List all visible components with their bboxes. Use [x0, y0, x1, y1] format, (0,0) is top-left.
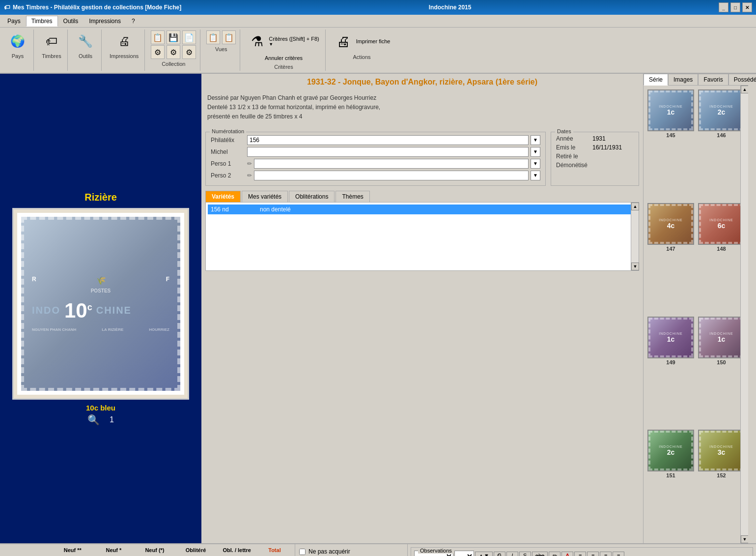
- zoom-icon[interactable]: 🔍: [87, 414, 100, 426]
- thumb-item-151[interactable]: INDOCHINE 2c 151: [647, 430, 694, 539]
- variete-code: 156 nd: [211, 206, 260, 213]
- thumb-scroll-up[interactable]: ▲: [741, 86, 748, 93]
- stamp-image[interactable]: R🌾F POSTES INDO 10c CHINE NGUYEN PHAN CH…: [17, 213, 184, 395]
- perso1-pen-icon[interactable]: ✏: [247, 160, 252, 167]
- perso1-dropdown[interactable]: ▼: [531, 159, 540, 169]
- obs-pen-btn[interactable]: ✏: [549, 552, 560, 556]
- thumb-inner-148: INDOCHINE 6c: [699, 204, 740, 244]
- obs-align-right-btn[interactable]: ≡: [600, 552, 612, 556]
- menu-impressions[interactable]: Impressions: [84, 16, 126, 27]
- thumb-tab-serie[interactable]: Série: [644, 74, 668, 86]
- obs-underline-btn[interactable]: S: [519, 552, 531, 556]
- impressions-icon: 🖨: [114, 31, 134, 51]
- obs-bold-btn[interactable]: G: [494, 552, 505, 556]
- header-neuf-paren: Neuf (*): [134, 547, 175, 553]
- tab-obliterations[interactable]: Oblitérations: [289, 191, 335, 202]
- prices-header-row: Neuf ** Neuf * Neuf (*) Oblitéré Obl. / …: [3, 547, 292, 553]
- thumb-inner-152: INDOCHINE 3c: [699, 431, 740, 470]
- menu-pays[interactable]: Pays: [2, 16, 26, 27]
- philatelix-dropdown[interactable]: ▼: [531, 135, 540, 145]
- obs-justify-btn[interactable]: ≡: [613, 552, 624, 556]
- vues-icon1[interactable]: 📋: [206, 30, 220, 44]
- michel-input[interactable]: [247, 147, 529, 157]
- collection-icon1[interactable]: 📋: [151, 30, 165, 44]
- perso2-row: Perso 2 ✏ ▼: [211, 171, 540, 180]
- philatelix-input[interactable]: [247, 135, 529, 145]
- thumb-label-147: 147: [666, 246, 675, 252]
- thumb-item-149[interactable]: INDOCHINE 1c 149: [647, 317, 694, 426]
- thumb-tab-favoris[interactable]: Favoris: [698, 74, 728, 85]
- scroll-up-btn[interactable]: ▲: [631, 203, 639, 210]
- thumb-scroll-down[interactable]: ▼: [741, 535, 748, 543]
- imprimer-fiche-button[interactable]: 🖨 Imprimer fiche: [332, 30, 392, 52]
- variete-desc: non dentelé: [260, 206, 634, 213]
- numerotation-title: Numérotation: [210, 128, 246, 134]
- michel-row: Michel ▼: [211, 147, 540, 157]
- imprimer-label: Imprimer fiche: [356, 38, 391, 44]
- detail-panel: 1931-32 - Jonque, Bayon d'Angkor, rizièr…: [201, 74, 643, 543]
- timbres-icon: 🏷: [42, 31, 61, 51]
- thumb-img-150: INDOCHINE 1c: [698, 317, 740, 358]
- collection-icon2[interactable]: 💾: [167, 30, 180, 44]
- restore-button[interactable]: □: [730, 2, 740, 12]
- collection-icon6[interactable]: ⚙: [182, 45, 196, 59]
- thumb-tab-images[interactable]: Images: [668, 74, 698, 85]
- thumb-item-148[interactable]: INDOCHINE 6c 148: [698, 203, 740, 313]
- pays-button[interactable]: 🌍 Pays: [6, 30, 29, 60]
- outils-button[interactable]: 🔧 Outils: [74, 30, 97, 60]
- toolbar-section-vues: 📋 📋 Vues: [202, 29, 240, 71]
- perso2-dropdown[interactable]: ▼: [531, 171, 540, 180]
- impressions-label: Impressions: [110, 53, 139, 59]
- ne-pas-acquerir-checkbox[interactable]: [299, 549, 306, 555]
- close-button[interactable]: ✕: [742, 2, 752, 12]
- thumb-item-152[interactable]: INDOCHINE 3c 152: [698, 430, 740, 539]
- obs-strikethrough-btn[interactable]: abe: [532, 552, 548, 556]
- collection-icon3[interactable]: 📄: [182, 30, 196, 44]
- tab-mes-varietes[interactable]: Mes variétés: [242, 191, 288, 202]
- stamp-footer: NGUYEN PHAN CHANH LA RIZIÈRE HOURRIEZ: [32, 327, 169, 332]
- timbres-button[interactable]: 🏷 Timbres: [40, 30, 63, 60]
- thumb-item-150[interactable]: INDOCHINE 1c 150: [698, 317, 740, 426]
- menu-outils[interactable]: Outils: [58, 16, 84, 27]
- varietes-row-0[interactable]: 156 nd non dentelé: [208, 205, 637, 214]
- thumb-tabs: Série Images Favoris Possédés: [644, 74, 748, 86]
- michel-dropdown[interactable]: ▼: [531, 147, 540, 157]
- vues-label: Vues: [215, 46, 227, 52]
- perso2-input[interactable]: [254, 171, 529, 180]
- thumb-label-149: 149: [666, 359, 675, 365]
- thumb-item-146[interactable]: INDOCHINE 2c 146: [698, 89, 740, 199]
- collection-icon5[interactable]: ⚙: [167, 45, 180, 59]
- scroll-down-btn[interactable]: ▼: [631, 263, 639, 270]
- impressions-button[interactable]: 🖨 Impressions: [108, 30, 140, 60]
- obs-italic-btn[interactable]: I: [506, 552, 518, 556]
- toolbar-section-impressions: 🖨 Impressions: [104, 29, 145, 71]
- collection-icon4[interactable]: ⚙: [151, 45, 165, 59]
- tab-themes[interactable]: Thèmes: [336, 191, 369, 202]
- menu-help[interactable]: ?: [126, 16, 140, 27]
- obs-color-btn[interactable]: A: [561, 552, 573, 556]
- menu-timbres[interactable]: Timbres: [26, 16, 58, 27]
- criteres-button[interactable]: ⚗ Critères ([Shift] + F8) ▼: [246, 30, 321, 52]
- annee-label: Année: [556, 135, 590, 142]
- obs-size-select[interactable]: [454, 551, 474, 556]
- retire-row: Retiré le: [556, 153, 634, 160]
- outils-icon: 🔧: [76, 31, 95, 51]
- obs-toolbar: ▲▼ G I S abe ✏ A ≡ ≡ ≡ ≡: [414, 551, 750, 556]
- vues-icon2[interactable]: 📋: [222, 30, 236, 44]
- thumb-item-145[interactable]: INDOCHINE 1c 145: [647, 89, 694, 199]
- perso1-input[interactable]: [254, 159, 529, 169]
- obs-up-btn[interactable]: ▲▼: [475, 552, 493, 556]
- thumbnail-panel: Série Images Favoris Possédés INDOCHINE …: [643, 74, 748, 543]
- thumb-tab-possedes[interactable]: Possédés: [728, 74, 756, 85]
- obs-align-center-btn[interactable]: ≡: [587, 552, 599, 556]
- obs-align-left-btn[interactable]: ≡: [574, 552, 586, 556]
- perso2-pen-icon[interactable]: ✏: [247, 172, 252, 179]
- observations-panel: Observations ▲▼ G I S abe ✏ A ≡ ≡ ≡ ≡: [411, 547, 753, 556]
- stamp-image-container: R🌾F POSTES INDO 10c CHINE NGUYEN PHAN CH…: [12, 208, 189, 400]
- tab-content: 156 nd non dentelé ▲ ▼: [205, 202, 639, 271]
- tab-varietes[interactable]: Variétés: [205, 191, 241, 202]
- desc-line3: présenté en feuille de 25 timbres x 4: [207, 112, 637, 121]
- thumb-item-147[interactable]: INDOCHINE 4c 147: [647, 203, 694, 313]
- annuler-criteres-button[interactable]: Annuler critères: [263, 54, 305, 62]
- minimize-button[interactable]: _: [719, 2, 728, 12]
